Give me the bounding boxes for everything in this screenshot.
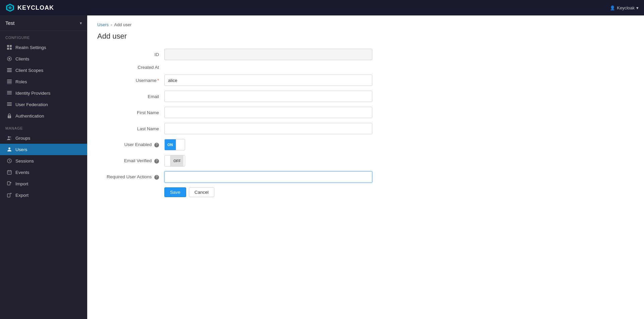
svg-rect-20 xyxy=(7,104,12,104)
realm-chevron-icon: ▾ xyxy=(80,21,82,26)
sidebar-item-clients[interactable]: Clients xyxy=(0,53,87,64)
form-row-email: Email xyxy=(97,91,382,102)
sidebar-item-realm-settings[interactable]: Realm Settings xyxy=(0,42,87,53)
sidebar-item-groups[interactable]: Groups xyxy=(0,132,87,144)
add-user-form: ID Created At Username* xyxy=(97,49,382,183)
sidebar-item-client-scopes[interactable]: Client Scopes xyxy=(0,64,87,76)
username-field[interactable] xyxy=(164,75,372,86)
svg-rect-10 xyxy=(7,70,12,71)
form-buttons: Save Cancel xyxy=(97,187,634,197)
sidebar-item-export[interactable]: Export xyxy=(0,189,87,201)
sidebar-item-users[interactable]: Users xyxy=(0,144,87,155)
realm-name: Test xyxy=(5,20,15,26)
grid-icon xyxy=(7,45,12,50)
toggle-on-label: ON xyxy=(165,139,176,150)
first-name-field[interactable] xyxy=(164,107,372,118)
app-name: KEYCLOAK xyxy=(17,4,54,11)
sidebar-item-identity-providers[interactable]: Identity Providers xyxy=(0,87,87,99)
clients-icon xyxy=(7,56,12,61)
sidebar-item-label: Clients xyxy=(15,56,29,61)
breadcrumb: Users › Add user xyxy=(97,22,634,27)
required-actions-field[interactable] xyxy=(164,171,372,183)
form-row-user-enabled: User Enabled ? ON xyxy=(97,139,382,150)
svg-rect-9 xyxy=(7,68,12,69)
realm-selector[interactable]: Test ▾ xyxy=(0,15,87,31)
last-name-field[interactable] xyxy=(164,123,372,134)
user-enabled-help-icon[interactable]: ? xyxy=(154,143,159,147)
sidebar-item-label: Groups xyxy=(15,136,30,141)
svg-rect-4 xyxy=(10,45,12,47)
first-name-label: First Name xyxy=(97,110,164,115)
user-enabled-label: User Enabled ? xyxy=(97,142,164,147)
user-menu[interactable]: 👤 Keycloak ▾ xyxy=(610,5,639,10)
identity-providers-icon xyxy=(7,90,12,96)
username-input-wrapper xyxy=(164,75,372,86)
svg-rect-6 xyxy=(10,48,12,50)
svg-rect-5 xyxy=(7,48,9,50)
svg-rect-3 xyxy=(7,45,9,47)
username-label: Username* xyxy=(97,78,164,83)
roles-icon xyxy=(7,79,12,84)
manage-section-label: Manage xyxy=(0,122,87,132)
user-icon: 👤 xyxy=(610,5,615,10)
breadcrumb-separator: › xyxy=(111,22,112,27)
email-verified-label: Email Verified ? xyxy=(97,158,164,164)
cancel-button[interactable]: Cancel xyxy=(189,187,214,197)
sidebar-item-import[interactable]: Import xyxy=(0,178,87,189)
svg-rect-28 xyxy=(7,171,11,174)
user-enabled-toggle-wrapper: ON xyxy=(164,139,372,150)
import-icon xyxy=(7,181,12,186)
sidebar-item-user-federation[interactable]: User Federation xyxy=(0,99,87,110)
user-chevron-icon: ▾ xyxy=(636,5,639,10)
lock-icon xyxy=(7,113,12,119)
required-actions-help-icon[interactable]: ? xyxy=(154,175,159,180)
id-field[interactable] xyxy=(164,49,372,60)
svg-point-23 xyxy=(9,117,10,117)
svg-point-25 xyxy=(10,136,11,138)
sidebar-item-roles[interactable]: Roles xyxy=(0,76,87,87)
email-verified-toggle[interactable]: OFF xyxy=(164,155,185,167)
toggle-off-label: OFF xyxy=(171,155,183,166)
sidebar-item-authentication[interactable]: Authentication xyxy=(0,110,87,122)
required-actions-label: Required User Actions ? xyxy=(97,174,164,180)
email-field[interactable] xyxy=(164,91,372,102)
configure-section-label: Configure xyxy=(0,31,87,42)
sidebar-item-label: Users xyxy=(15,147,27,152)
main-layout: Test ▾ Configure Realm Settings xyxy=(0,15,644,319)
sidebar-item-sessions[interactable]: Sessions xyxy=(0,155,87,167)
svg-rect-14 xyxy=(7,82,12,83)
form-row-username: Username* xyxy=(97,75,382,86)
top-navigation: KEYCLOAK 👤 Keycloak ▾ xyxy=(0,0,644,15)
email-input-wrapper xyxy=(164,91,372,102)
sidebar-item-label: Client Scopes xyxy=(15,68,43,73)
sidebar-item-events[interactable]: Events xyxy=(0,167,87,178)
id-input-wrapper xyxy=(164,49,372,60)
created-at-label: Created At xyxy=(97,65,164,70)
sidebar-item-label: Import xyxy=(15,181,28,186)
form-row-first-name: First Name xyxy=(97,107,382,118)
svg-rect-16 xyxy=(7,91,12,92)
sidebar-item-label: Sessions xyxy=(15,158,34,164)
sessions-icon xyxy=(7,158,12,164)
form-row-email-verified: Email Verified ? OFF xyxy=(97,155,382,167)
sidebar-item-label: User Federation xyxy=(15,102,48,107)
toggle-thumb xyxy=(176,139,182,150)
email-verified-help-icon[interactable]: ? xyxy=(154,159,159,164)
breadcrumb-current: Add user xyxy=(114,22,131,27)
first-name-input-wrapper xyxy=(164,107,372,118)
client-scopes-icon xyxy=(7,67,12,73)
email-verified-toggle-wrapper: OFF xyxy=(164,155,372,167)
required-marker: * xyxy=(157,78,159,83)
logo: KEYCLOAK xyxy=(5,3,54,12)
sidebar-item-label: Events xyxy=(15,170,29,175)
required-actions-input-wrapper xyxy=(164,171,372,183)
save-button[interactable]: Save xyxy=(164,187,186,197)
keycloak-logo-icon xyxy=(5,3,15,12)
svg-point-26 xyxy=(8,147,10,149)
breadcrumb-parent[interactable]: Users xyxy=(97,22,109,27)
user-federation-icon xyxy=(7,102,12,107)
user-enabled-toggle[interactable]: ON xyxy=(164,139,185,150)
svg-rect-11 xyxy=(7,71,12,72)
email-label: Email xyxy=(97,94,164,99)
main-content: Users › Add user Add user ID Created At xyxy=(87,15,644,319)
